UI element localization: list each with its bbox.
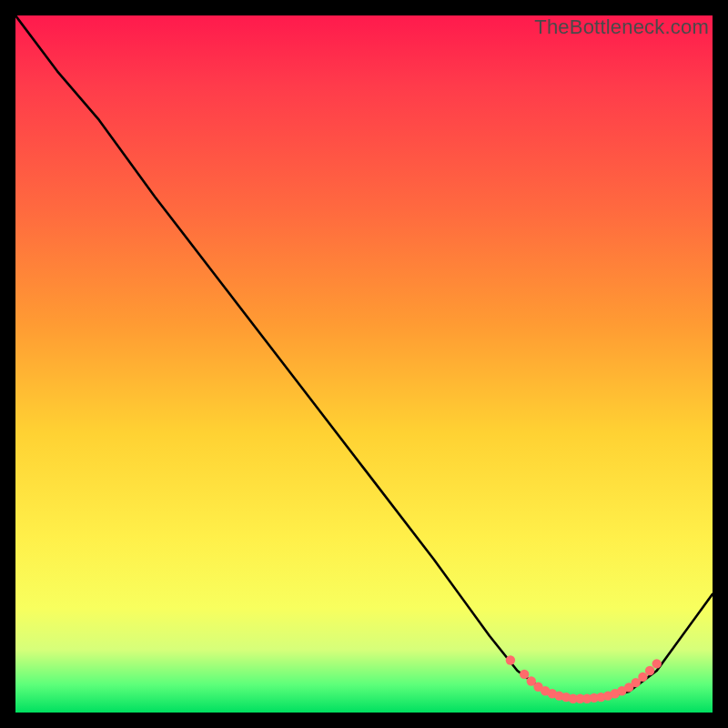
watermark-text: TheBottleneck.com (534, 15, 709, 39)
chart-gradient-background (15, 15, 713, 713)
chart-frame: TheBottleneck.com (15, 15, 713, 713)
